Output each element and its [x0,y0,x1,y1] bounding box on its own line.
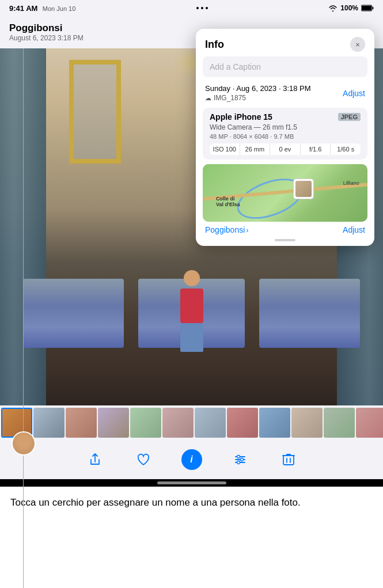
info-icon: i [190,454,192,465]
info-date-row: Sunday · Aug 6, 2023 · 3:18 PM ☁ IMG_187… [196,83,374,103]
device-specs: 48 MP · 8064 × 6048 · 9.7 MB [210,133,361,140]
thumbnail-12[interactable] [356,408,383,438]
heart-icon [136,453,150,466]
map-label-lilliano: Lilliano [343,180,359,186]
map-adjust-link[interactable]: Adjust [343,225,365,234]
caption-placeholder: Add a Caption [210,62,261,71]
mirror-left [69,60,121,164]
info-panel-title: Info [205,39,224,51]
caption-text: Tocca un cerchio per assegnare un nome a… [10,496,373,510]
person-head [184,270,200,286]
close-icon: × [355,40,360,49]
exif-iso: ISO 100 [210,143,240,155]
map-area[interactable]: Colle di Val d'Elsa Lilliano [203,164,367,222]
svg-point-6 [237,456,240,458]
info-date-left: Sunday · Aug 6, 2023 · 3:18 PM ☁ IMG_187… [205,84,311,102]
photo-title-block: Poggibonsi August 6, 2023 3:18 PM [9,22,84,42]
share-icon [88,453,102,466]
exif-ev: 0 ev [270,143,301,155]
info-filename: ☁ IMG_1875 [205,94,311,102]
info-button[interactable]: i [181,449,202,470]
map-footer: Poggibonsi › Adjust [196,222,374,237]
drag-indicator [196,237,374,241]
map-background: Colle di Val d'Elsa Lilliano [203,164,367,222]
map-location-link[interactable]: Poggibonsi › [205,225,249,234]
status-time: 9:41 AM [9,4,37,13]
trash-icon [282,453,295,466]
dot-2 [201,7,203,9]
person-in-photo [175,270,209,339]
person-body-top [180,289,203,323]
sliders-icon [233,453,247,466]
status-bar: 9:41 AM Mon Jun 10 100% [0,0,383,16]
edit-button[interactable] [230,449,251,470]
thumbnail-strip[interactable] [0,405,383,440]
location-label: Poggibonsi [205,225,245,234]
thumbnail-5[interactable] [130,408,161,438]
thumbnail-9[interactable] [259,408,290,438]
exif-focal: 26 mm [240,143,271,155]
map-pin [293,179,314,199]
device-card: Apple iPhone 15 JPEG Wide Camera — 26 mm… [203,108,367,160]
exif-aperture: f/1.6 [301,143,331,155]
favorite-button[interactable] [133,449,154,470]
battery-percent: 100% [340,4,358,12]
home-indicator [157,481,226,484]
thumbnail-10[interactable] [291,408,323,438]
map-pin-thumbnail [295,181,312,197]
battery-icon [361,5,374,12]
photo-title: Poggibonsi [9,22,84,34]
photo-subtitle: August 6, 2023 3:18 PM [9,34,84,42]
cloud-icon: ☁ [205,94,211,102]
thumbnail-11[interactable] [324,408,355,438]
thumbnail-4[interactable] [98,408,129,438]
status-date: Mon Jun 10 [43,5,75,12]
caption-input[interactable]: Add a Caption [203,56,367,77]
svg-rect-9 [283,456,294,465]
device-camera: Wide Camera — 26 mm f1.5 [210,123,361,131]
person-indicator-line [23,48,24,588]
svg-rect-1 [362,6,371,10]
map-label-colle: Colle di Val d'Elsa [216,196,240,207]
dot-1 [196,7,199,9]
status-dots [196,7,208,9]
svg-point-7 [240,458,243,461]
person-avatar [13,433,35,454]
svg-rect-2 [372,7,373,9]
date-adjust-link[interactable]: Adjust [343,89,365,98]
dot-3 [206,7,208,9]
bench-left [23,279,124,348]
thumbnail-3[interactable] [66,408,97,438]
bottom-toolbar: i [0,440,383,479]
info-date-text: Sunday · Aug 6, 2023 · 3:18 PM [205,84,311,93]
close-button[interactable]: × [350,37,365,52]
thumbnail-8[interactable] [227,408,258,438]
thumbnail-2[interactable] [33,408,65,438]
person-body-bottom [180,323,203,352]
caption-area: Tocca un cerchio per assegnare un nome a… [0,487,383,588]
info-panel: Info × Add a Caption Sunday · Aug 6, 202… [196,29,374,246]
chevron-right-icon: › [246,226,248,234]
status-time-date: 9:41 AM Mon Jun 10 [9,3,75,13]
wifi-icon [328,5,338,12]
exif-row: ISO 100 26 mm 0 ev f/1.6 1/60 s [210,143,361,155]
thumbnail-7[interactable] [195,408,226,438]
bench-right [259,279,360,348]
info-panel-header: Info × [196,29,374,56]
svg-point-8 [237,461,240,464]
share-button[interactable] [85,449,105,470]
person-circle-indicator[interactable] [12,431,36,456]
exif-shutter: 1/60 s [331,143,361,155]
delete-button[interactable] [278,449,299,470]
jpeg-badge: JPEG [338,113,361,121]
filename-text: IMG_1875 [214,94,246,102]
thumbnail-6[interactable] [162,408,194,438]
device-card-header: Apple iPhone 15 JPEG [210,112,361,122]
status-indicators: 100% [328,4,374,12]
device-name: Apple iPhone 15 [210,112,272,122]
drag-bar [275,239,295,241]
